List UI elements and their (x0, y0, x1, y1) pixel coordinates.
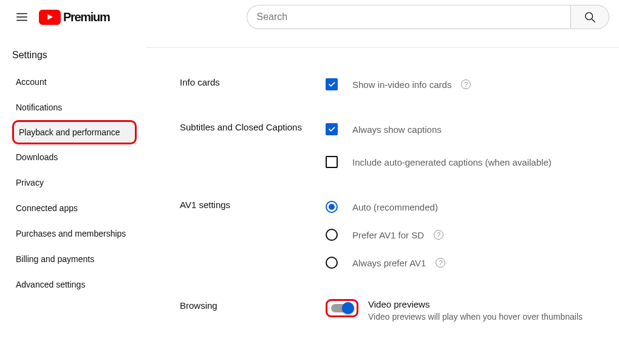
brand-text: Premium (63, 10, 110, 24)
always-captions-label: Always show captions (352, 124, 442, 135)
youtube-play-icon (39, 10, 61, 25)
sidebar-item-advanced[interactable]: Advanced settings (12, 272, 137, 297)
radio-av1-auto[interactable] (326, 201, 338, 213)
svg-point-0 (586, 13, 593, 20)
menu-button[interactable] (10, 5, 34, 29)
section-info-cards: Info cards Show in-video info cards ? (180, 76, 619, 99)
section-captions: Subtitles and Closed Captions Always sho… (180, 121, 619, 177)
sidebar-item-downloads[interactable]: Downloads (12, 144, 137, 170)
search-bar (247, 5, 610, 29)
checkbox-always-captions[interactable] (326, 123, 338, 135)
section-title-av1: AV1 settings (180, 198, 326, 277)
search-input[interactable] (247, 5, 571, 29)
sidebar-title: Settings (12, 39, 146, 69)
video-previews-toggle-highlight (326, 299, 358, 317)
sidebar-item-billing[interactable]: Billing and payments (12, 246, 137, 272)
section-av1: AV1 settings Auto (recommended) Prefer A… (180, 198, 619, 277)
section-title-browsing: Browsing (180, 299, 326, 322)
search-button[interactable] (570, 5, 609, 29)
main-content: Info cards Show in-video info cards ? Su… (146, 47, 619, 322)
help-icon[interactable]: ? (434, 230, 443, 240)
av1-auto-label: Auto (recommended) (352, 202, 438, 212)
radio-av1-always[interactable] (326, 257, 338, 269)
check-icon (327, 80, 336, 89)
sidebar-list: Account Notifications Playback and perfo… (12, 69, 146, 297)
top-header: Premium (0, 0, 619, 34)
help-icon[interactable]: ? (461, 79, 471, 89)
sidebar-item-account[interactable]: Account (12, 69, 137, 95)
youtube-logo[interactable]: Premium (39, 10, 110, 25)
sidebar-item-playback[interactable]: Playback and performance (12, 120, 137, 144)
auto-captions-label: Include auto-generated captions (when av… (352, 157, 552, 167)
section-browsing: Browsing Video previews Video previews w… (180, 299, 619, 322)
info-cards-label: Show in-video info cards (352, 79, 451, 90)
radio-av1-sd[interactable] (326, 229, 338, 241)
video-previews-desc: Video previews will play when you hover … (368, 312, 583, 322)
video-previews-title: Video previews (368, 299, 583, 309)
sidebar-item-notifications[interactable]: Notifications (12, 95, 137, 120)
section-title-info-cards: Info cards (180, 76, 326, 99)
checkbox-auto-captions[interactable] (326, 156, 338, 168)
sidebar-item-privacy[interactable]: Privacy (12, 170, 137, 195)
checkbox-info-cards[interactable] (326, 78, 338, 90)
video-previews-toggle[interactable] (331, 304, 353, 312)
settings-sidebar: Settings Account Notifications Playback … (0, 34, 146, 322)
sidebar-item-connected-apps[interactable]: Connected apps (12, 195, 137, 221)
help-icon[interactable]: ? (436, 258, 445, 268)
av1-sd-label: Prefer AV1 for SD (352, 230, 424, 240)
hamburger-icon (15, 10, 29, 24)
search-icon (583, 10, 597, 24)
av1-always-label: Always prefer AV1 (352, 258, 426, 268)
section-title-captions: Subtitles and Closed Captions (180, 121, 326, 177)
sidebar-item-purchases[interactable]: Purchases and memberships (12, 221, 137, 246)
toggle-knob (342, 302, 354, 314)
check-icon (327, 125, 336, 133)
